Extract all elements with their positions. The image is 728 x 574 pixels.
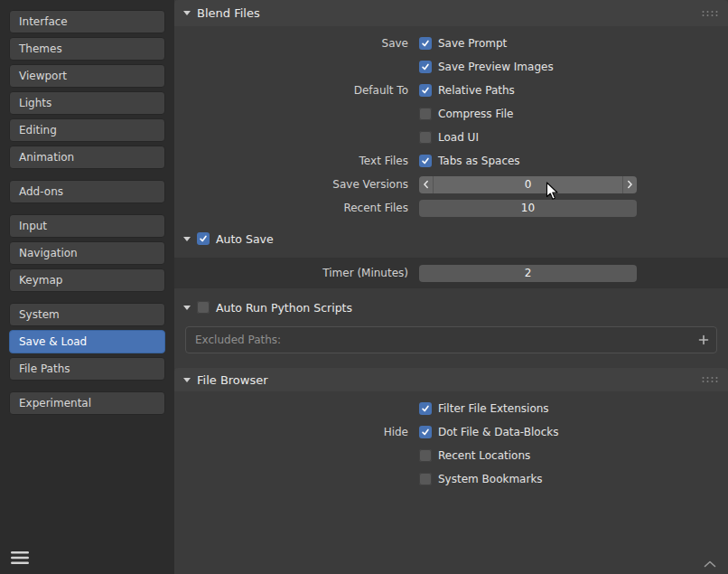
sidebar-item-save-and-load[interactable]: Save & Load — [9, 330, 165, 353]
pref-row-filter-file-extensions: Filter File Extensions — [174, 397, 728, 420]
checkbox-label: Load UI — [438, 131, 479, 144]
sidebar-item-animation[interactable]: Animation — [9, 146, 165, 169]
increment-arrow-icon[interactable] — [622, 176, 637, 193]
checkbox-load-ui[interactable] — [419, 131, 432, 144]
scroll-up-icon[interactable] — [704, 560, 716, 568]
sidebar-group-experimental: Experimental — [0, 391, 174, 415]
checkbox-label: Save Preview Images — [438, 61, 554, 73]
pref-row-save-versions: Save Versions 0 — [174, 173, 728, 196]
sidebar-item-lights[interactable]: Lights — [9, 91, 165, 115]
pref-row-load-ui: Load UI — [174, 126, 728, 149]
disclosure-triangle-icon — [183, 11, 191, 15]
excluded-paths-row — [185, 326, 717, 353]
checkbox-save-prompt[interactable] — [419, 37, 432, 50]
plus-icon — [698, 334, 709, 345]
sidebar-group-system: System Save & Load File Paths — [0, 303, 174, 381]
pref-row-save-preview-images: Save Preview Images — [174, 55, 728, 79]
checkbox-label: Tabs as Spaces — [438, 155, 520, 167]
recent-files-field[interactable]: 10 — [419, 200, 637, 217]
sidebar-item-interface[interactable]: Interface — [9, 10, 165, 33]
panel-grip-icon[interactable] — [701, 376, 719, 383]
sidebar-item-themes[interactable]: Themes — [9, 37, 165, 61]
sidebar-item-viewport[interactable]: Viewport — [9, 64, 165, 88]
add-excluded-path-button[interactable] — [698, 334, 709, 345]
row-label: Text Files — [174, 155, 419, 167]
disclosure-triangle-icon — [183, 237, 191, 241]
checkbox-relative-paths[interactable] — [419, 84, 432, 97]
checkmark-icon — [199, 234, 208, 243]
checkmark-icon — [421, 156, 430, 165]
editor-menu-button[interactable] — [9, 550, 31, 566]
pref-row-save-prompt: Save Save Prompt — [174, 32, 728, 55]
subpanel-header-auto-save[interactable]: Auto Save — [174, 227, 728, 250]
pref-row-relative-paths: Default To Relative Paths — [174, 79, 728, 102]
excluded-paths-input[interactable] — [185, 326, 717, 353]
preferences-content: Blend Files Save — [174, 0, 728, 574]
sidebar-item-addons[interactable]: Add-ons — [9, 180, 165, 203]
checkbox-tabs-as-spaces[interactable] — [419, 155, 432, 167]
subpanel-title: Auto Save — [216, 232, 274, 246]
preferences-sidebar: Interface Themes Viewport Lights Editing… — [0, 0, 174, 574]
checkbox-dot-file-datablocks[interactable] — [419, 426, 432, 438]
checkbox-label: Compress File — [438, 108, 513, 120]
blender-preferences-window: Interface Themes Viewport Lights Editing… — [0, 0, 728, 574]
panel-header-blend-files[interactable]: Blend Files — [174, 0, 728, 26]
subpanel-title: Auto Run Python Scripts — [216, 301, 352, 315]
checkbox-system-bookmarks[interactable] — [419, 473, 432, 485]
timer-minutes-value: 2 — [434, 267, 622, 279]
hamburger-icon — [10, 550, 30, 565]
sidebar-item-editing[interactable]: Editing — [9, 118, 165, 142]
panel-header-file-browser[interactable]: File Browser — [174, 368, 728, 391]
checkbox-filter-file-extensions[interactable] — [419, 402, 432, 415]
row-label: Hide — [174, 426, 419, 438]
checkbox-label: Save Prompt — [438, 37, 507, 50]
sidebar-item-file-paths[interactable]: File Paths — [9, 357, 165, 381]
pref-row-recent-locations: Recent Locations — [174, 444, 728, 467]
sidebar-group-general: Interface Themes Viewport Lights Editing… — [0, 10, 174, 169]
sidebar-group-addons: Add-ons — [0, 180, 174, 203]
checkbox-compress-file[interactable] — [419, 108, 432, 120]
checkmark-icon — [421, 62, 430, 71]
sidebar-item-keymap[interactable]: Keymap — [9, 268, 165, 292]
recent-files-value: 10 — [434, 202, 622, 214]
mouse-cursor — [546, 182, 560, 204]
pref-row-recent-files: Recent Files 10 — [174, 196, 728, 220]
disclosure-triangle-icon — [183, 306, 191, 310]
checkmark-icon — [421, 428, 430, 437]
panel-title: File Browser — [197, 373, 268, 387]
checkmark-icon — [421, 404, 430, 413]
pref-row-system-bookmarks: System Bookmarks — [174, 467, 728, 491]
checkbox-label: Filter File Extensions — [438, 402, 549, 415]
row-label: Default To — [174, 84, 419, 97]
checkmark-icon — [421, 86, 430, 95]
checkbox-save-preview-images[interactable] — [419, 61, 432, 73]
checkbox-auto-save[interactable] — [197, 232, 210, 245]
row-label: Recent Files — [174, 202, 419, 214]
save-versions-value: 0 — [434, 178, 622, 191]
pref-row-compress-file: Compress File — [174, 102, 728, 126]
subpanel-header-auto-run-python[interactable]: Auto Run Python Scripts — [174, 296, 728, 319]
panel-blend-files: Blend Files Save — [174, 0, 728, 353]
auto-save-body: Timer (Minutes) 2 — [174, 258, 728, 288]
save-versions-field[interactable]: 0 — [419, 176, 637, 193]
row-label: Save — [174, 37, 419, 50]
checkbox-label: Recent Locations — [438, 449, 530, 462]
pref-row-dot-file-datablocks: Hide Dot File & Data-Blocks — [174, 420, 728, 444]
decrement-arrow-icon[interactable] — [419, 176, 434, 193]
sidebar-item-input[interactable]: Input — [9, 214, 165, 238]
pref-row-tabs-as-spaces: Text Files Tabs as Spaces — [174, 149, 728, 173]
sidebar-item-experimental[interactable]: Experimental — [9, 391, 165, 415]
panel-title: Blend Files — [197, 6, 260, 20]
checkbox-recent-locations[interactable] — [419, 449, 432, 462]
sidebar-item-system[interactable]: System — [9, 303, 165, 326]
panel-file-browser: File Browser — [174, 368, 728, 491]
sidebar-item-navigation[interactable]: Navigation — [9, 241, 165, 265]
row-label: Timer (Minutes) — [174, 267, 419, 279]
sidebar-group-input: Input Navigation Keymap — [0, 214, 174, 292]
checkbox-auto-run-python[interactable] — [197, 301, 210, 314]
row-label: Save Versions — [174, 178, 419, 191]
checkmark-icon — [421, 39, 430, 48]
file-browser-body: Filter File Extensions Hide Dot File & D… — [174, 391, 728, 491]
panel-grip-icon[interactable] — [701, 10, 719, 17]
timer-minutes-field[interactable]: 2 — [419, 265, 637, 282]
